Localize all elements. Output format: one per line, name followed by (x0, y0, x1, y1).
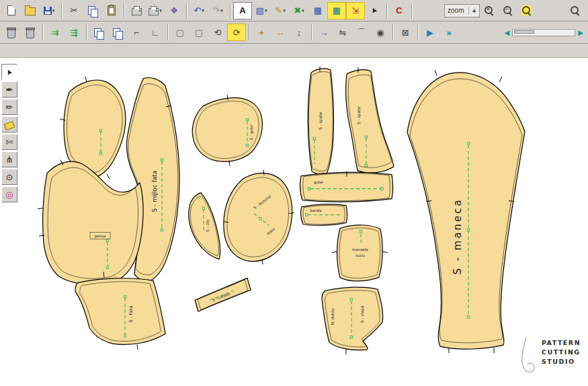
copy-button[interactable] (83, 2, 102, 20)
grain-end-marker (124, 296, 126, 298)
piece-collar-band[interactable]: guler (300, 171, 393, 202)
stairs-tool-button[interactable]: ∟ (146, 24, 165, 41)
rotate-ccw-button[interactable]: ⟲ (208, 24, 227, 41)
piece-gusset[interactable]: S - clin (189, 193, 220, 260)
piece-label: guler (314, 180, 324, 185)
knife-tool-icon: ✄ (6, 138, 13, 147)
eraser-tool[interactable] (1, 116, 17, 132)
regenerate-button[interactable]: C (390, 2, 409, 20)
merge-pieces-button[interactable] (89, 24, 108, 41)
arc-tool-button[interactable]: ⌒ (352, 24, 371, 41)
drill-tool[interactable]: ⊙ (1, 169, 17, 185)
zoom-increase-button[interactable]: + (468, 7, 476, 15)
walk-all-button[interactable]: » (439, 24, 458, 41)
bring-all-forward-button[interactable]: ⇶ (65, 24, 83, 41)
notch-mark (332, 252, 337, 252)
pencil-tool[interactable]: ✏ (1, 99, 17, 115)
duplicate-piece-button[interactable] (108, 24, 127, 41)
notch-mark (107, 174, 110, 180)
undo-button[interactable]: ↶▾ (190, 2, 208, 20)
dropdown-arrow-icon[interactable]: ▾ (159, 8, 162, 13)
canvas-area[interactable]: ➤✒✏✄⋔⊙◎ S - mijloc fata (0, 58, 588, 386)
frame-tool-icon: ▧ (256, 6, 264, 15)
measure-button[interactable]: ↕ (290, 24, 308, 41)
bring-forward-button[interactable]: ⇉ (46, 24, 65, 41)
text-tool-button[interactable]: A (233, 2, 252, 20)
paste-button[interactable] (102, 2, 121, 20)
piece-front[interactable]: S - fata (75, 272, 165, 350)
notch-tool[interactable]: ⋔ (1, 151, 17, 167)
zoom-all-button[interactable] (517, 2, 536, 20)
delete-piece-button[interactable] (2, 24, 21, 41)
tracing-wheel-tool[interactable]: ◎ (1, 186, 17, 202)
dropdown-arrow-icon[interactable]: ▾ (202, 8, 204, 13)
grain-end-marker (106, 266, 109, 268)
toolbar-separator (392, 24, 393, 40)
dropdown-arrow-icon[interactable]: ▾ (302, 8, 304, 13)
pointer-mode-button[interactable]: ➤ (365, 2, 384, 20)
frame-tool-button[interactable]: ▧▾ (252, 2, 271, 20)
redo-button[interactable]: ↷▾ (208, 2, 227, 20)
grain-end-marker (106, 239, 109, 241)
piece-label: pensa (95, 234, 106, 239)
dropdown-arrow-icon[interactable]: ▾ (52, 8, 55, 13)
piece-belt[interactable]: S - cordon (195, 278, 251, 311)
pivot-button[interactable]: ◉ (371, 24, 390, 41)
walk-piece-button[interactable]: ▶ (421, 24, 439, 41)
piece-flap[interactable]: fir dublu S - clapa (322, 287, 383, 354)
stretch-piece-button[interactable]: ↔ (271, 24, 290, 41)
scroll-left-button[interactable]: ◀ (503, 29, 511, 36)
walk-all-icon: » (446, 28, 451, 37)
delete-annotation-button[interactable]: ✖▾ (290, 2, 308, 20)
corner-tool-button[interactable]: ⌐ (127, 24, 146, 41)
copy-move-button[interactable]: → (314, 24, 333, 41)
move-piece-button[interactable]: + (252, 24, 271, 41)
marquee-add-button[interactable]: ▢ (190, 24, 208, 41)
annotate-tool-button[interactable]: ✎▾ (271, 2, 290, 20)
zoom-in-button[interactable]: + (480, 2, 499, 20)
toolbar-separator (411, 3, 412, 18)
plot-button[interactable]: ▾ (146, 2, 165, 20)
piece-collar[interactable]: S - guler (192, 95, 262, 166)
zoom-window-button[interactable] (566, 2, 585, 20)
grid-view-button[interactable]: ▦ (327, 2, 346, 20)
notch-mark (38, 208, 43, 209)
curve-pen-tool[interactable]: ✒ (1, 81, 17, 98)
zoom-out-button[interactable]: − (499, 2, 517, 20)
piece-side-panel[interactable]: pensa (38, 160, 143, 291)
scroll-track[interactable] (512, 29, 575, 36)
open-button[interactable] (21, 2, 40, 20)
piece-pocket[interactable]: S - buzunar dublu (223, 170, 294, 265)
scroll-thumb[interactable] (514, 30, 534, 34)
save-button[interactable]: ▾ (40, 2, 58, 20)
close-pattern-button[interactable]: ⊠ (396, 24, 415, 41)
dropdown-arrow-icon[interactable]: ▾ (265, 8, 267, 13)
print-button[interactable] (127, 2, 146, 20)
pattern-canvas[interactable]: S - mijloc fata pensa S - gule (0, 58, 588, 386)
piece-band[interactable]: banda (301, 204, 347, 225)
mirror-button[interactable]: ⇋ (333, 24, 352, 41)
export-button[interactable]: ❖ (165, 2, 183, 20)
rotate-cw-button[interactable]: ⟳ (227, 24, 246, 41)
table-view-button[interactable]: ▦ (308, 2, 327, 20)
select-tool[interactable]: ➤ (1, 64, 17, 80)
cut-button[interactable]: ✂ (65, 2, 83, 20)
piece-back-side-panel[interactable]: S - spate (308, 67, 333, 178)
grain-end-marker (350, 336, 353, 338)
send-to-plotter-button[interactable]: ⇲ (346, 2, 365, 20)
piece-outline (407, 73, 525, 349)
measure-icon: ↕ (297, 28, 302, 37)
marquee-select-button[interactable]: ▢ (171, 24, 190, 41)
new-button[interactable] (2, 2, 21, 20)
dropdown-arrow-icon[interactable]: ▾ (283, 8, 286, 13)
dropdown-arrow-icon[interactable]: ▾ (220, 8, 223, 13)
piece-label: manseta (352, 247, 368, 252)
piece-back-panel[interactable]: S - spate (346, 67, 394, 178)
bring-forward-icon: ⇉ (52, 28, 59, 37)
piece-cuff[interactable]: manseta dublu (332, 225, 388, 281)
delete-all-button[interactable] (21, 24, 40, 41)
scroll-right-button[interactable]: ▶ (577, 29, 585, 36)
select-tool-icon: ➤ (5, 67, 14, 76)
knife-tool[interactable]: ✄ (1, 134, 17, 150)
piece-sleeve[interactable]: S - maneca (407, 70, 525, 353)
